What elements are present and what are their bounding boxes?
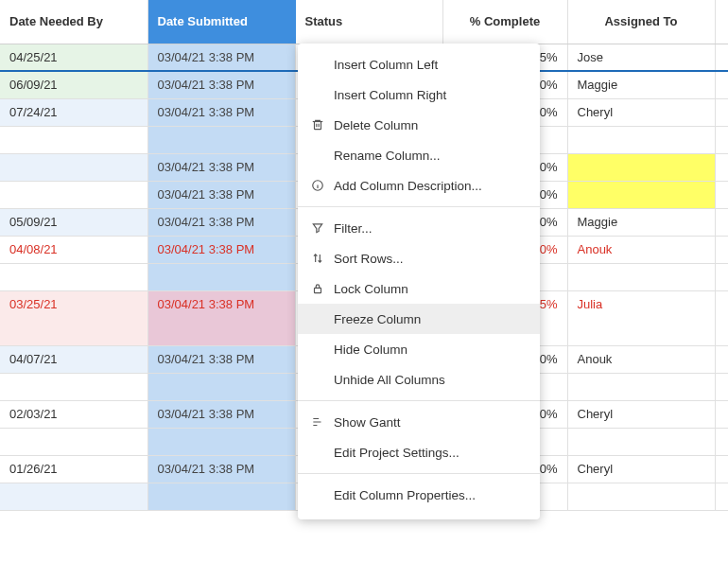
menu-edit-project[interactable]: Edit Project Settings... (298, 437, 540, 467)
menu-label: Hide Column (334, 342, 527, 357)
cell-extra[interactable] (715, 483, 728, 510)
cell-assigned[interactable]: Anouk (567, 345, 715, 373)
sort-icon (311, 250, 334, 267)
col-header-status[interactable]: Status (295, 0, 442, 44)
cell-date_needed[interactable]: 04/08/21 (0, 236, 147, 263)
menu-insert-right[interactable]: Insert Column Right (298, 79, 540, 110)
cell-date_needed[interactable] (0, 428, 147, 455)
menu-sort[interactable]: Sort Rows... (298, 243, 540, 273)
menu-label: Delete Column (334, 118, 527, 132)
cell-assigned[interactable]: Julia (567, 290, 715, 345)
filter-icon (311, 220, 334, 237)
cell-extra[interactable] (715, 373, 728, 400)
cell-assigned[interactable]: Maggie (567, 71, 715, 98)
menu-lock[interactable]: Lock Column (298, 273, 540, 304)
menu-rename[interactable]: Rename Column... (298, 140, 540, 170)
cell-date_submitted[interactable]: 03/04/21 3:38 PM (147, 71, 295, 98)
cell-extra[interactable] (715, 208, 728, 236)
cell-assigned[interactable] (567, 126, 715, 153)
cell-extra[interactable] (715, 428, 728, 455)
svg-rect-2 (315, 288, 321, 292)
cell-assigned[interactable]: Anouk (567, 236, 715, 263)
cell-extra[interactable] (715, 44, 728, 71)
cell-date_submitted[interactable]: 03/04/21 3:38 PM (147, 400, 295, 428)
cell-extra[interactable] (715, 98, 728, 126)
cell-extra[interactable] (715, 400, 728, 428)
cell-date_needed[interactable] (0, 483, 147, 510)
blank-icon (311, 147, 334, 164)
cell-assigned[interactable] (567, 373, 715, 400)
menu-insert-left[interactable]: Insert Column Left (298, 49, 540, 79)
menu-label: Rename Column... (334, 149, 527, 163)
menu-freeze[interactable]: Freeze Column (298, 304, 540, 334)
menu-label: Insert Column Right (334, 88, 527, 102)
cell-date_submitted[interactable]: 03/04/21 3:38 PM (147, 98, 295, 126)
menu-label: Show Gantt (334, 415, 527, 430)
cell-date_needed[interactable]: 02/03/21 (0, 400, 147, 428)
menu-label: Freeze Column (334, 312, 527, 326)
cell-assigned[interactable]: Cheryl (567, 455, 715, 483)
blank-icon (311, 56, 334, 73)
col-header-complete[interactable]: % Complete (442, 0, 567, 44)
col-header-assigned[interactable]: Assigned To (567, 0, 715, 44)
col-header-date-submitted[interactable]: Date Submitted (147, 0, 295, 44)
cell-extra[interactable] (715, 126, 728, 153)
cell-assigned[interactable] (567, 153, 715, 181)
cell-assigned[interactable] (567, 263, 715, 290)
menu-filter[interactable]: Filter... (298, 213, 540, 243)
cell-date_needed[interactable]: 01/26/21 (0, 455, 147, 483)
cell-date_submitted[interactable]: 03/04/21 3:38 PM (147, 290, 295, 345)
cell-extra[interactable] (715, 236, 728, 263)
cell-date_submitted[interactable] (147, 126, 295, 153)
cell-date_needed[interactable]: 06/09/21 (0, 71, 147, 98)
cell-extra[interactable] (715, 290, 728, 345)
column-context-menu: Insert Column Left Insert Column Right D… (298, 44, 540, 519)
cell-date_needed[interactable]: 04/07/21 (0, 345, 147, 373)
cell-date_needed[interactable] (0, 373, 147, 400)
cell-date_submitted[interactable] (147, 263, 295, 290)
cell-assigned[interactable]: Cheryl (567, 400, 715, 428)
svg-rect-0 (315, 122, 321, 130)
menu-label: Filter... (334, 221, 527, 236)
cell-date_needed[interactable] (0, 263, 147, 290)
cell-date_needed[interactable] (0, 126, 147, 153)
cell-assigned[interactable] (567, 483, 715, 510)
cell-date_needed[interactable]: 03/25/21 (0, 290, 147, 345)
cell-date_needed[interactable] (0, 181, 147, 208)
menu-separator (298, 206, 540, 207)
cell-date_needed[interactable]: 04/25/21 (0, 44, 147, 71)
menu-delete[interactable]: Delete Column (298, 110, 540, 140)
cell-extra[interactable] (715, 181, 728, 208)
cell-date_needed[interactable]: 05/09/21 (0, 208, 147, 236)
cell-date_submitted[interactable]: 03/04/21 3:38 PM (147, 345, 295, 373)
cell-date_submitted[interactable] (147, 373, 295, 400)
cell-extra[interactable] (715, 153, 728, 181)
cell-date_submitted[interactable] (147, 428, 295, 455)
cell-date_submitted[interactable]: 03/04/21 3:38 PM (147, 455, 295, 483)
cell-date_submitted[interactable]: 03/04/21 3:38 PM (147, 153, 295, 181)
cell-extra[interactable] (715, 345, 728, 373)
cell-assigned[interactable]: Jose (567, 44, 715, 71)
menu-hide[interactable]: Hide Column (298, 334, 540, 364)
cell-extra[interactable] (715, 455, 728, 483)
cell-date_submitted[interactable]: 03/04/21 3:38 PM (147, 236, 295, 263)
cell-assigned[interactable] (567, 181, 715, 208)
menu-add-desc[interactable]: Add Column Description... (298, 170, 540, 201)
cell-date_submitted[interactable]: 03/04/21 3:38 PM (147, 181, 295, 208)
cell-date_submitted[interactable] (147, 483, 295, 510)
cell-extra[interactable] (715, 71, 728, 98)
gantt-icon (311, 413, 334, 430)
menu-label: Edit Project Settings... (334, 446, 527, 460)
cell-assigned[interactable] (567, 428, 715, 455)
cell-assigned[interactable]: Cheryl (567, 98, 715, 126)
col-header-date-needed[interactable]: Date Needed By (0, 0, 147, 44)
cell-date_submitted[interactable]: 03/04/21 3:38 PM (147, 208, 295, 236)
cell-date_needed[interactable] (0, 153, 147, 181)
menu-unhide[interactable]: Unhide All Columns (298, 364, 540, 395)
cell-date_needed[interactable]: 07/24/21 (0, 98, 147, 126)
cell-date_submitted[interactable]: 03/04/21 3:38 PM (147, 44, 295, 71)
cell-assigned[interactable]: Maggie (567, 208, 715, 236)
cell-extra[interactable] (715, 263, 728, 290)
menu-gantt[interactable]: Show Gantt (298, 407, 540, 437)
menu-edit-column[interactable]: Edit Column Properties... (298, 480, 540, 510)
